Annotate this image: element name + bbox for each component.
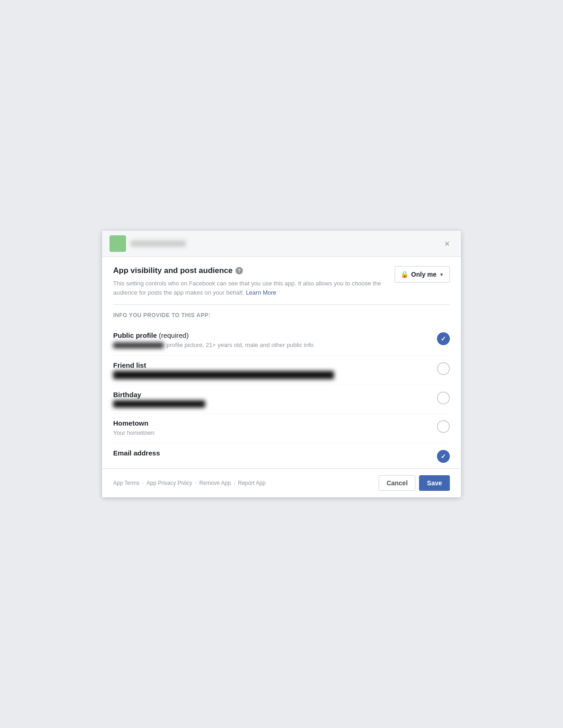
friend-list-checkbox[interactable] [437, 362, 450, 375]
dialog-footer: App Terms · App Privacy Policy · Remove … [102, 468, 461, 497]
public-profile-title: Public profile (required) [113, 331, 428, 339]
public-profile-checkbox[interactable] [437, 332, 450, 345]
birthday-desc [113, 400, 428, 408]
permission-email: Email address [113, 444, 450, 468]
birthday-title: Birthday [113, 391, 428, 398]
visibility-desc-text: This setting controls who on Facebook ca… [113, 279, 385, 297]
footer-dot-1: · [142, 480, 144, 486]
app-icon [109, 235, 126, 252]
hometown-title: Hometown [113, 419, 428, 427]
app-name-blurred [131, 240, 186, 247]
app-header-info [109, 235, 186, 252]
lock-icon: 🔒 [401, 271, 408, 278]
report-app-link[interactable]: Report App [238, 480, 265, 486]
friend-list-blur [113, 371, 334, 379]
app-privacy-link[interactable]: App Privacy Policy [146, 480, 192, 486]
footer-dot-2: · [195, 480, 196, 486]
public-profile-desc: profile picture, 21+ years old, male and… [113, 341, 428, 350]
permission-hometown: Hometown Your hometown [113, 414, 450, 444]
birthday-blur [113, 400, 205, 408]
section-label: INFO YOU PROVIDE TO THIS APP: [113, 312, 450, 318]
section-divider [113, 304, 450, 305]
hometown-checkbox[interactable] [437, 420, 450, 433]
save-button[interactable]: Save [419, 475, 450, 491]
birthday-checkbox[interactable] [437, 392, 450, 404]
cancel-button[interactable]: Cancel [379, 475, 415, 491]
footer-dot-3: · [234, 480, 235, 486]
permission-public-profile: Public profile (required) profile pictur… [113, 326, 450, 356]
only-me-button[interactable]: 🔒 Only me ▼ [395, 266, 450, 283]
remove-app-link[interactable]: Remove App [199, 480, 231, 486]
close-button[interactable]: × [441, 237, 454, 250]
birthday-info: Birthday [113, 391, 437, 408]
app-permissions-dialog: × App visibility and post audience ? Thi… [102, 231, 461, 497]
email-info: Email address [113, 449, 437, 459]
footer-links: App Terms · App Privacy Policy · Remove … [113, 480, 265, 486]
footer-actions: Cancel Save [379, 475, 450, 491]
dialog-body: App visibility and post audience ? This … [102, 257, 461, 468]
dialog-header: × [102, 231, 461, 257]
help-icon[interactable]: ? [236, 267, 243, 274]
visibility-title: App visibility and post audience ? [113, 266, 385, 275]
app-terms-link[interactable]: App Terms [113, 480, 139, 486]
hometown-desc: Your hometown [113, 429, 428, 438]
visibility-row: App visibility and post audience ? This … [113, 266, 450, 297]
permission-birthday: Birthday [113, 385, 450, 414]
hometown-info: Hometown Your hometown [113, 419, 437, 438]
name-blur-public [113, 342, 164, 348]
friend-list-info: Friend list [113, 361, 437, 379]
email-title: Email address [113, 449, 428, 457]
public-profile-info: Public profile (required) profile pictur… [113, 331, 437, 350]
chevron-down-icon: ▼ [439, 272, 444, 277]
friend-list-desc [113, 371, 428, 379]
learn-more-link[interactable]: Learn More [246, 289, 276, 296]
permission-friend-list: Friend list [113, 356, 450, 385]
only-me-label: Only me [411, 271, 437, 278]
friend-list-title: Friend list [113, 361, 428, 369]
visibility-description: App visibility and post audience ? This … [113, 266, 395, 297]
email-checkbox[interactable] [437, 450, 450, 463]
